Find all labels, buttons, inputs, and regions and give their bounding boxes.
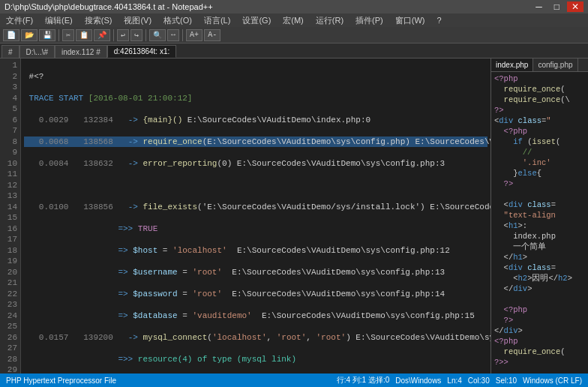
menu-run[interactable]: 运行(R): [313, 15, 346, 26]
menu-file[interactable]: 文件(F): [3, 15, 36, 26]
tab-bar: # D:\...\# index.112 # d:42613864t: x1:: [0, 44, 588, 58]
find-button[interactable]: 🔍: [149, 29, 166, 41]
code-area: 12345 678910 1112131415 1617181920 21222…: [0, 58, 490, 374]
code-line-5: 0.0084 138632 -> error_reporting(0) E:\S…: [24, 158, 488, 170]
toolbar-separator-3: [146, 29, 146, 41]
zoom-in-button[interactable]: A+: [186, 29, 202, 41]
right-tab-index[interactable]: index.php: [491, 58, 533, 71]
menu-window[interactable]: 窗口(W): [392, 15, 428, 26]
tab-1[interactable]: #: [2, 45, 20, 58]
code-content[interactable]: #<? TRACE START [2016-08-01 21:00:12] 0.…: [21, 58, 490, 374]
toolbar-separator-2: [113, 29, 114, 41]
status-position: 行:4 列:1 选择:0: [337, 375, 390, 386]
code-line-11: => $password = 'root' E:\SourceCodes\VAu…: [24, 289, 488, 300]
status-ln: Ln:4: [447, 376, 461, 385]
code-line-7: 0.0100 138856 -> file_exists('E:\SourceC…: [24, 202, 488, 213]
right-tab-config[interactable]: config.php: [533, 58, 578, 71]
right-code-panel[interactable]: <?php require_once( require_once(\ ?> <d…: [491, 72, 588, 374]
line-numbers: 12345 678910 1112131415 1617181920 21222…: [0, 58, 21, 374]
main-area: 12345 678910 1112131415 1617181920 21222…: [0, 58, 588, 374]
code-line-10: => $username = 'root' E:\SourceCodes\VAu…: [24, 267, 488, 278]
code-line-12: => $database = 'vauditdemo' E:\SourceCod…: [24, 310, 488, 322]
status-sel: Sel:10: [496, 376, 517, 385]
code-line-14: =>> resource(4) of type (mysql link): [24, 354, 488, 365]
status-file-type: PHP Hypertext Preprocessor File: [6, 376, 116, 385]
code-line-6: [24, 180, 488, 191]
title-text: D:\php\Study\php\debugtrace.40413864.t a…: [4, 2, 213, 11]
menu-search[interactable]: 搜索(S): [82, 15, 116, 26]
right-panel: index.php config.php <?php require_once(…: [491, 58, 588, 374]
save-button[interactable]: 💾: [39, 29, 56, 41]
menu-bar: 文件(F) 编辑(E) 搜索(S) 视图(V) 格式(O) 语言(L) 设置(G…: [0, 14, 588, 27]
menu-format[interactable]: 格式(O): [160, 15, 195, 26]
menu-language[interactable]: 语言(L): [201, 15, 233, 26]
code-line-13: 0.0157 139200 -> mysql_connect('localhos…: [24, 332, 488, 344]
undo-button[interactable]: ↩: [117, 29, 129, 41]
paste-button[interactable]: 📌: [94, 29, 110, 41]
menu-help[interactable]: ?: [434, 16, 444, 25]
left-panel: 12345 678910 1112131415 1617181920 21222…: [0, 58, 491, 374]
menu-macro[interactable]: 宏(M): [280, 15, 307, 26]
toolbar: 📄 📂 💾 ✂ 📋 📌 ↩ ↪ 🔍 ↔ A+ A-: [0, 27, 588, 44]
maximize-button[interactable]: □: [550, 2, 564, 12]
zoom-out-button[interactable]: A-: [204, 29, 220, 41]
menu-plugins[interactable]: 插件(P): [352, 15, 386, 26]
tab-4-active[interactable]: d:42613864t: x1:: [107, 45, 177, 58]
status-col: Col:30: [468, 376, 490, 385]
code-line-4: 0.0068 138568 -> require_once(E:\SourceC…: [24, 136, 488, 148]
code-line-2: TRACE START [2016-08-01 21:00:12]: [24, 93, 488, 104]
copy-button[interactable]: 📋: [76, 29, 92, 41]
status-encoding: Dos\Windows: [395, 376, 441, 385]
menu-settings[interactable]: 设置(G): [239, 15, 274, 26]
tab-2[interactable]: D:\...\#: [20, 45, 55, 58]
open-button[interactable]: 📂: [21, 29, 38, 41]
code-line-3: 0.0029 132384 -> {main}() E:\SourceCodes…: [24, 115, 488, 126]
menu-edit[interactable]: 编辑(E): [42, 15, 76, 26]
close-button[interactable]: ✕: [567, 2, 584, 12]
tab-3[interactable]: index.112 #: [55, 45, 107, 58]
minimize-button[interactable]: ─: [531, 2, 547, 12]
code-line-1: #<?: [24, 71, 488, 82]
status-bar: PHP Hypertext Preprocessor File 行:4 列:1 …: [0, 374, 588, 387]
new-button[interactable]: 📄: [3, 29, 20, 41]
status-right: 行:4 列:1 选择:0 Dos\Windows Ln:4 Col:30 Sel…: [337, 375, 582, 386]
toolbar-separator-1: [58, 29, 59, 41]
status-left: PHP Hypertext Preprocessor File: [6, 376, 116, 385]
toolbar-separator-4: [182, 29, 183, 41]
cut-button[interactable]: ✂: [62, 29, 74, 41]
code-line-9: => $host = 'localhost' E:\SourceCodes\VA…: [24, 245, 488, 256]
code-line-8: =>> TRUE: [24, 224, 488, 235]
redo-button[interactable]: ↪: [130, 29, 142, 41]
right-tab-bar: index.php config.php: [491, 58, 588, 72]
replace-button[interactable]: ↔: [167, 29, 179, 41]
menu-view[interactable]: 视图(V): [121, 15, 154, 26]
title-bar: D:\php\Study\php\debugtrace.40413864.t a…: [0, 0, 588, 14]
status-line-ending: Windows (CR LF): [523, 376, 582, 385]
